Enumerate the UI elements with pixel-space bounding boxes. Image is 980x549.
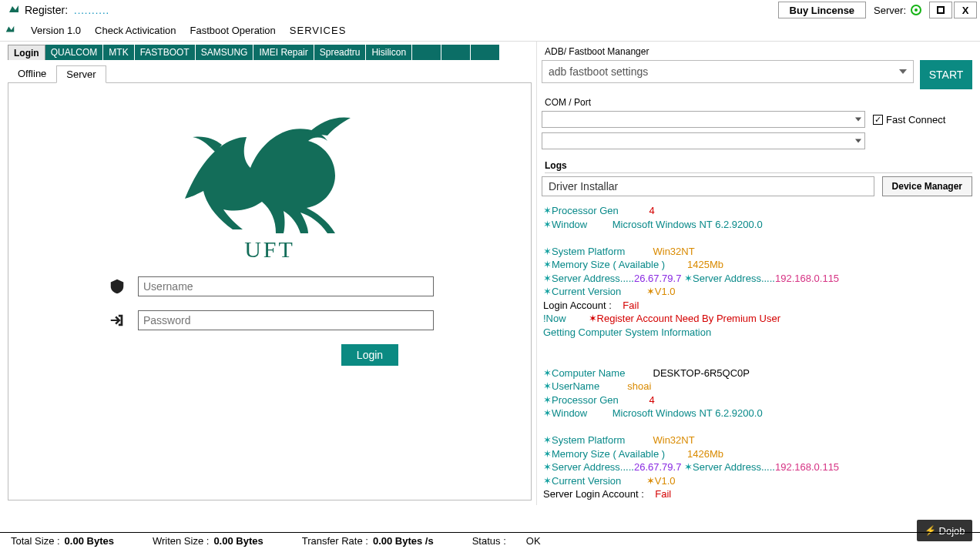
password-input[interactable]: [138, 310, 434, 330]
main: Login QUALCOM MTK FASTBOOT SAMSUNG IMEI …: [0, 42, 980, 505]
com-port-label: COM / Port: [545, 97, 972, 108]
fast-connect-label: Fast Connect: [886, 114, 945, 126]
footer-status: Status :OK: [472, 535, 541, 547]
chevron-down-icon: [855, 118, 861, 122]
adb-settings-combo[interactable]: adb fastboot settings: [542, 60, 914, 83]
tab-empty-3[interactable]: [471, 45, 500, 60]
com-port-row-2: [542, 132, 972, 149]
username-input[interactable]: [138, 276, 434, 296]
logo: UFT: [169, 99, 370, 263]
adb-label: ADB/ Fastboot Mananger: [545, 46, 972, 57]
right-pane: ADB/ Fastboot Mananger adb fastboot sett…: [537, 42, 980, 505]
tab-spreadtru[interactable]: Spreadtru: [314, 45, 367, 60]
adb-row: adb fastboot settings START: [542, 60, 972, 89]
password-row: [106, 310, 434, 330]
footer-wrap: Total Size :0.00 Bytes Writen Size :0.00…: [0, 532, 980, 549]
login-panel: UFT Login: [8, 83, 532, 500]
tab-samsung[interactable]: SAMSUNG: [196, 45, 254, 60]
maximize-button[interactable]: [929, 2, 952, 18]
subtab-offline[interactable]: Offline: [8, 65, 56, 82]
server-label: Server:: [874, 5, 906, 16]
tab-login[interactable]: Login: [8, 45, 45, 60]
tab-imei-repair[interactable]: IMEI Repair: [253, 45, 314, 60]
menu-version[interactable]: Version 1.0: [31, 25, 81, 36]
tab-empty-2[interactable]: [441, 45, 471, 60]
logs-combo-value: Driver Installar: [549, 180, 618, 192]
tab-fastboot[interactable]: FASTBOOT: [135, 45, 196, 60]
close-button[interactable]: X: [954, 2, 977, 18]
login-button[interactable]: Login: [341, 344, 398, 366]
register-dots: ..........: [74, 5, 109, 16]
username-row: [106, 276, 434, 296]
com-port-combo-2[interactable]: [542, 132, 865, 149]
logo-text: UFT: [169, 236, 370, 263]
logs-label: Logs: [545, 160, 972, 173]
footer-total: Total Size :0.00 Bytes: [11, 535, 114, 547]
login-arrow-icon: [106, 312, 129, 329]
app-icon-small: [5, 24, 15, 37]
com-port-combo-1[interactable]: [542, 111, 865, 128]
chevron-down-icon: [899, 69, 907, 74]
log-output: ✶Processor Gen 4 ✶Window Microsoft Windo…: [542, 204, 972, 501]
main-tabbar: Login QUALCOM MTK FASTBOOT SAMSUNG IMEI …: [8, 45, 532, 60]
tab-hisilicon[interactable]: Hisilicon: [366, 45, 412, 60]
footer-rate: Transfer Rate :0.00 Bytes /s: [302, 535, 434, 547]
tab-empty-1[interactable]: [412, 45, 441, 60]
adb-settings-value: adb fastboot settings: [549, 65, 648, 78]
logs-combo[interactable]: Driver Installar: [542, 176, 874, 196]
sub-tabbar: Offline Server: [8, 65, 532, 83]
app-icon: [8, 3, 20, 18]
menu-check-activation[interactable]: Check Activication: [95, 25, 176, 36]
footer: Total Size :0.00 Bytes Writen Size :0.00…: [0, 532, 980, 549]
server-status-icon: [911, 5, 921, 15]
device-manager-button[interactable]: Device Manager: [882, 176, 972, 196]
footer-writen: Writen Size :0.00 Bytes: [153, 535, 263, 547]
menubar: Version 1.0 Check Activication Fastboot …: [0, 20, 980, 42]
com-port-row-1: ✓ Fast Connect: [542, 111, 972, 128]
subtab-server[interactable]: Server: [56, 65, 106, 83]
buy-license-button[interactable]: Buy Lincense: [778, 2, 867, 18]
checkbox-checked-icon: ✓: [873, 115, 883, 125]
menu-services[interactable]: SERVICES: [290, 25, 347, 36]
dragon-icon: [169, 106, 370, 237]
logs-row: Driver Installar Device Manager: [542, 176, 972, 196]
left-pane: Login QUALCOM MTK FASTBOOT SAMSUNG IMEI …: [0, 42, 536, 505]
register-label: Register:: [25, 4, 68, 16]
shield-icon: [106, 278, 129, 295]
menu-fastboot-operation[interactable]: Fastboot Operation: [190, 25, 276, 36]
titlebar: Register: .......... Buy Lincense Server…: [0, 0, 980, 20]
close-icon: X: [962, 5, 969, 16]
chevron-down-icon: [855, 139, 861, 143]
fast-connect-checkbox[interactable]: ✓ Fast Connect: [873, 114, 945, 126]
tab-mtk[interactable]: MTK: [103, 45, 134, 60]
start-button[interactable]: START: [920, 60, 972, 89]
tab-qualcom[interactable]: QUALCOM: [45, 45, 104, 60]
